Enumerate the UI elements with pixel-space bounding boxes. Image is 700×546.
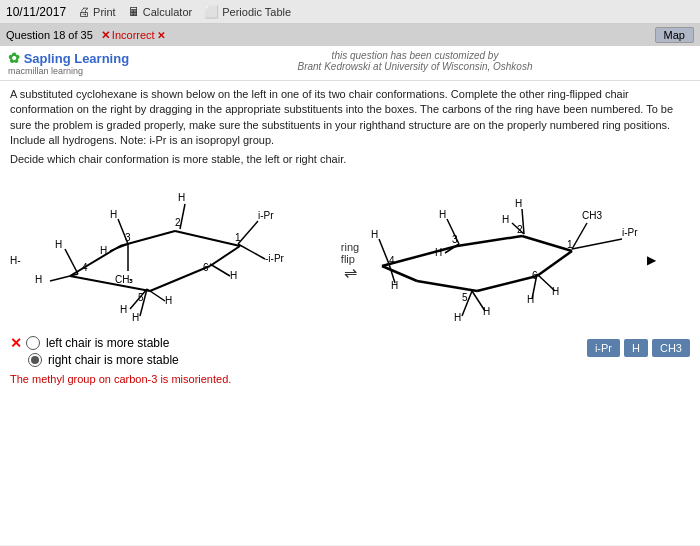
svg-line-53 bbox=[572, 239, 622, 249]
right-chair: 4 3 2 1 6 5 CH3 i-Pr H H bbox=[367, 171, 690, 331]
svg-text:CH3: CH3 bbox=[582, 210, 602, 221]
svg-line-24 bbox=[210, 264, 230, 276]
svg-text:H: H bbox=[391, 280, 398, 291]
svg-line-0 bbox=[70, 276, 150, 291]
svg-line-22 bbox=[238, 221, 258, 244]
svg-text:H: H bbox=[454, 312, 461, 323]
left-chair: 4 3 2 1 6 5 H H H H bbox=[10, 171, 333, 331]
svg-line-62 bbox=[379, 239, 389, 264]
periodic-table-button[interactable]: ⬜ Periodic Table bbox=[204, 5, 291, 19]
radio-right-selected bbox=[31, 356, 39, 364]
print-button[interactable]: 🖨 Print bbox=[78, 5, 116, 19]
toolbar-date: 10/11/2017 bbox=[6, 5, 66, 19]
answer-section: ✕ left chair is more stable right chair … bbox=[10, 335, 690, 367]
ch3-button[interactable]: CH3 bbox=[652, 339, 690, 357]
diagram-area: 4 3 2 1 6 5 H H H H bbox=[10, 171, 690, 331]
table-icon: ⬜ bbox=[204, 5, 219, 19]
svg-line-3 bbox=[175, 231, 240, 246]
svg-line-33 bbox=[147, 289, 165, 301]
svg-line-41 bbox=[522, 236, 572, 251]
main-content: A substituted cyclohexane is shown below… bbox=[0, 81, 700, 545]
svg-line-40 bbox=[537, 251, 572, 276]
svg-line-20 bbox=[180, 204, 185, 229]
customized-by-text: this question has been customized by Bra… bbox=[138, 50, 692, 72]
ipr-button[interactable]: i-Pr bbox=[587, 339, 620, 357]
svg-line-39 bbox=[477, 276, 537, 291]
left-chair-label: left chair is more stable bbox=[46, 336, 169, 350]
svg-line-18 bbox=[110, 244, 128, 251]
svg-text:H: H bbox=[515, 198, 522, 209]
question-nav: Question 18 of 35 ✕ Incorrect ✕ Map bbox=[0, 24, 700, 46]
print-icon: 🖨 bbox=[78, 5, 90, 19]
question-text: A substituted cyclohexane is shown below… bbox=[10, 87, 690, 167]
map-button[interactable]: Map bbox=[655, 27, 694, 43]
svg-line-12 bbox=[65, 249, 78, 274]
svg-text:H: H bbox=[527, 294, 534, 305]
calculator-icon: 🖩 bbox=[128, 5, 140, 19]
svg-text:H: H bbox=[552, 286, 559, 297]
svg-text:H: H bbox=[435, 247, 442, 258]
h-button[interactable]: H bbox=[624, 339, 648, 357]
right-chair-label: right chair is more stable bbox=[48, 353, 179, 367]
toolbar: 10/11/2017 🖨 Print 🖩 Calculator ⬜ Period… bbox=[0, 0, 700, 24]
choice-right-chair[interactable]: right chair is more stable bbox=[28, 353, 179, 367]
svg-text:H: H bbox=[230, 270, 237, 281]
svg-line-1 bbox=[150, 266, 210, 291]
svg-text:H: H bbox=[110, 209, 117, 220]
svg-line-51 bbox=[572, 223, 587, 249]
svg-text:H: H bbox=[120, 304, 127, 315]
header: ✿ Sapling Learning macmillan learning th… bbox=[0, 46, 700, 81]
svg-text:CH₃: CH₃ bbox=[115, 274, 133, 285]
decide-line: Decide which chair conformation is more … bbox=[10, 152, 690, 167]
svg-text:-i-Pr: -i-Pr bbox=[265, 253, 285, 264]
svg-text:i-Pr: i-Pr bbox=[622, 227, 638, 238]
svg-line-37 bbox=[382, 266, 417, 281]
svg-text:6: 6 bbox=[203, 262, 209, 273]
svg-text:H-: H- bbox=[10, 255, 21, 266]
calculator-button[interactable]: 🖩 Calculator bbox=[128, 5, 193, 19]
choice-left-chair[interactable]: left chair is more stable bbox=[26, 336, 169, 350]
svg-text:H: H bbox=[178, 192, 185, 203]
svg-text:4: 4 bbox=[82, 262, 88, 273]
status-badge: ✕ Incorrect ✕ bbox=[101, 29, 165, 42]
question-info: Question 18 of 35 bbox=[6, 29, 93, 41]
ring-flip: ring flip ⇌ bbox=[333, 241, 367, 281]
svg-text:H: H bbox=[502, 214, 509, 225]
svg-line-2 bbox=[210, 246, 240, 266]
svg-text:H: H bbox=[100, 245, 107, 256]
svg-text:4: 4 bbox=[389, 255, 395, 266]
feedback-text: The methyl group on carbon-3 is misorien… bbox=[10, 373, 690, 385]
svg-text:H: H bbox=[371, 229, 378, 240]
svg-text:i-Pr: i-Pr bbox=[258, 210, 274, 221]
svg-text:H: H bbox=[439, 209, 446, 220]
svg-text:H: H bbox=[55, 239, 62, 250]
sapling-subtitle: macmillan learning bbox=[8, 66, 138, 76]
question-body: A substituted cyclohexane is shown below… bbox=[10, 88, 673, 146]
substituent-buttons: i-Pr H CH3 bbox=[587, 339, 690, 357]
svg-line-35 bbox=[238, 244, 265, 259]
right-chair-svg: 4 3 2 1 6 5 CH3 i-Pr H H bbox=[367, 171, 657, 331]
svg-line-42 bbox=[457, 236, 522, 246]
svg-text:H: H bbox=[35, 274, 42, 285]
svg-text:H: H bbox=[165, 295, 172, 306]
sapling-title: ✿ Sapling Learning bbox=[8, 50, 138, 66]
radio-left[interactable] bbox=[26, 336, 40, 350]
radio-right[interactable] bbox=[28, 353, 42, 367]
ring-flip-arrows: ⇌ bbox=[344, 265, 357, 281]
svg-text:▶: ▶ bbox=[647, 253, 657, 267]
svg-text:H: H bbox=[132, 312, 139, 323]
svg-text:H: H bbox=[483, 306, 490, 317]
left-chair-svg: 4 3 2 1 6 5 H H H H bbox=[10, 171, 290, 331]
sapling-logo: ✿ Sapling Learning macmillan learning bbox=[8, 50, 138, 76]
incorrect-marker: ✕ bbox=[10, 335, 22, 351]
svg-line-38 bbox=[417, 281, 477, 291]
